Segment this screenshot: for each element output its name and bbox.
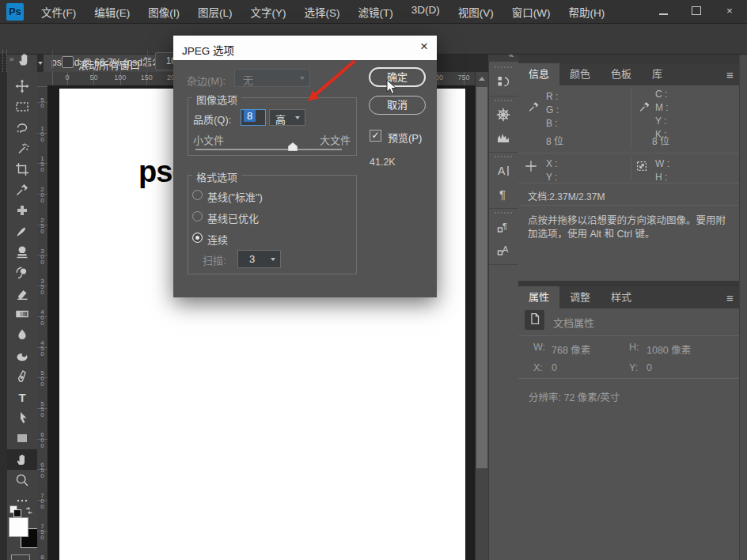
move-tool[interactable] xyxy=(7,76,37,96)
zoom-tool[interactable] xyxy=(7,470,37,490)
quality-value: 8 xyxy=(244,110,256,122)
navigator-icon[interactable] xyxy=(494,105,513,124)
ok-button[interactable]: 确定 xyxy=(369,67,426,87)
large-file-label: 大文件 xyxy=(320,132,351,147)
scrollbar-up-arrow[interactable] xyxy=(479,77,485,81)
vruler-number: 800 xyxy=(38,553,47,560)
properties-tab-样式[interactable]: 样式 xyxy=(601,286,642,308)
quality-level-dropdown[interactable]: 高 xyxy=(269,109,305,126)
rectangle-tool[interactable] xyxy=(7,428,37,448)
info-cmyk-depth: 8 位 xyxy=(652,134,669,147)
preview-checkbox[interactable]: ✓ xyxy=(370,130,381,142)
vertical-ruler: 5010015020025030035040045050055060065070… xyxy=(37,85,48,560)
marquee-tool[interactable] xyxy=(7,96,37,117)
dialog-close-icon[interactable]: × xyxy=(420,39,428,55)
gradient-tool[interactable] xyxy=(7,304,37,324)
menu-item-图层(L)[interactable]: 图层(L) xyxy=(198,4,233,20)
clone-stamp-tool[interactable] xyxy=(7,242,37,263)
info-tab-颜色[interactable]: 颜色 xyxy=(559,63,601,85)
scroll-all-windows-checkbox[interactable] xyxy=(62,56,74,68)
quick-mask-button[interactable] xyxy=(11,554,30,560)
menu-item-图像(I)[interactable]: 图像(I) xyxy=(148,4,180,20)
path-select-tool[interactable] xyxy=(7,407,37,428)
default-colors-bg-icon xyxy=(13,509,21,517)
cancel-button[interactable]: 取消 xyxy=(369,96,426,115)
dialog-title-bar[interactable]: JPEG 选项 × xyxy=(173,36,437,60)
info-tab-库[interactable]: 库 xyxy=(642,63,673,85)
menu-item-滤镜(T)[interactable]: 滤镜(T) xyxy=(358,4,393,20)
format-radio-1[interactable] xyxy=(192,190,203,200)
hand-tool[interactable] xyxy=(7,449,37,470)
menu-item-编辑(E)[interactable]: 编辑(E) xyxy=(94,4,130,20)
close-button[interactable]: × xyxy=(717,2,742,20)
prop-h-value: 1080 像素 xyxy=(647,342,691,357)
menu-item-帮助(H)[interactable]: 帮助(H) xyxy=(568,4,605,20)
histogram-icon[interactable] xyxy=(494,128,513,147)
vruler-number: 650 xyxy=(38,461,47,478)
hruler-number: 150 xyxy=(141,74,153,81)
type-tool[interactable]: T xyxy=(7,387,37,407)
divider xyxy=(518,153,739,153)
dodge-tool[interactable] xyxy=(7,346,37,366)
menu-item-文件(F)[interactable]: 文件(F) xyxy=(41,4,76,20)
crop-tool[interactable] xyxy=(7,159,37,180)
info-c-label: C : xyxy=(655,89,667,100)
minimize-button[interactable] xyxy=(650,2,676,20)
format-options-legend: 格式选项 xyxy=(192,169,241,184)
blur-tool[interactable] xyxy=(7,324,37,345)
info-tab-信息[interactable]: 信息 xyxy=(518,63,559,85)
properties-tab-调整[interactable]: 调整 xyxy=(559,286,601,308)
lasso-tool[interactable] xyxy=(7,117,37,138)
quality-label: 品质(Q): xyxy=(193,112,231,127)
info-panel-menu-icon[interactable]: ≡ xyxy=(726,68,734,81)
eyedropper-cmyk-icon[interactable] xyxy=(638,100,652,117)
foreground-color-swatch[interactable] xyxy=(9,517,28,537)
toolbar-expand-icon[interactable]: » xyxy=(9,55,13,63)
scrollbar-thumb[interactable] xyxy=(476,87,487,468)
format-radio-3[interactable] xyxy=(192,233,203,243)
quality-slider-track[interactable] xyxy=(195,149,342,150)
format-radio-label-1: 基线("标准") xyxy=(207,189,263,204)
menu-item-窗口(W)[interactable]: 窗口(W) xyxy=(512,4,551,20)
quality-input[interactable]: 8 xyxy=(241,109,266,126)
format-radio-2[interactable] xyxy=(192,211,203,221)
history-icon[interactable] xyxy=(494,72,513,91)
menu-item-视图(V)[interactable]: 视图(V) xyxy=(458,4,494,20)
quality-slider-thumb[interactable] xyxy=(288,142,298,151)
info-tab-色板[interactable]: 色板 xyxy=(601,63,642,85)
menu-item-选择(S)[interactable]: 选择(S) xyxy=(305,4,340,20)
chevron-down-icon[interactable] xyxy=(38,62,43,65)
properties-panel-menu-icon[interactable]: ≡ xyxy=(726,291,734,305)
menu-item-3D(D)[interactable]: 3D(D) xyxy=(411,4,440,20)
svg-text:A: A xyxy=(498,165,506,177)
character-styles-icon[interactable]: ¶ xyxy=(494,218,513,236)
maximize-button[interactable] xyxy=(684,2,709,20)
menu-item-文字(Y)[interactable]: 文字(Y) xyxy=(251,4,286,20)
brush-tool[interactable] xyxy=(7,221,37,241)
chevron-down-icon xyxy=(295,116,300,119)
dock-separator xyxy=(489,96,518,96)
magic-wand-tool[interactable] xyxy=(7,138,37,159)
hruler-number: 50 xyxy=(89,74,97,81)
history-brush-tool[interactable] xyxy=(7,263,37,283)
eyedropper-tool[interactable] xyxy=(7,180,37,200)
properties-tab-属性[interactable]: 属性 xyxy=(518,286,559,308)
separator xyxy=(147,51,148,71)
vruler-number: 450 xyxy=(38,339,47,355)
healing-brush-tool[interactable] xyxy=(7,200,37,221)
pen-tool[interactable] xyxy=(7,366,37,387)
character-icon[interactable]: A xyxy=(494,161,513,180)
paragraph-icon[interactable]: ¶ xyxy=(494,184,513,203)
hruler-number: 100 xyxy=(114,74,126,81)
scans-dropdown[interactable]: 3 xyxy=(237,250,281,268)
prop-y-value: 0 xyxy=(647,362,652,373)
dialog-title: JPEG 选项 xyxy=(182,42,234,58)
paragraph-styles-icon[interactable]: A xyxy=(494,240,513,259)
file-size-text: 41.2K xyxy=(370,157,396,168)
divider xyxy=(631,89,631,150)
divider xyxy=(518,205,739,206)
eraser-tool[interactable] xyxy=(7,283,37,304)
properties-panel-tabs: 属性调整样式 xyxy=(518,286,739,308)
matte-dropdown: 无 xyxy=(234,69,310,87)
eyedropper-rgb-icon[interactable] xyxy=(527,100,541,117)
